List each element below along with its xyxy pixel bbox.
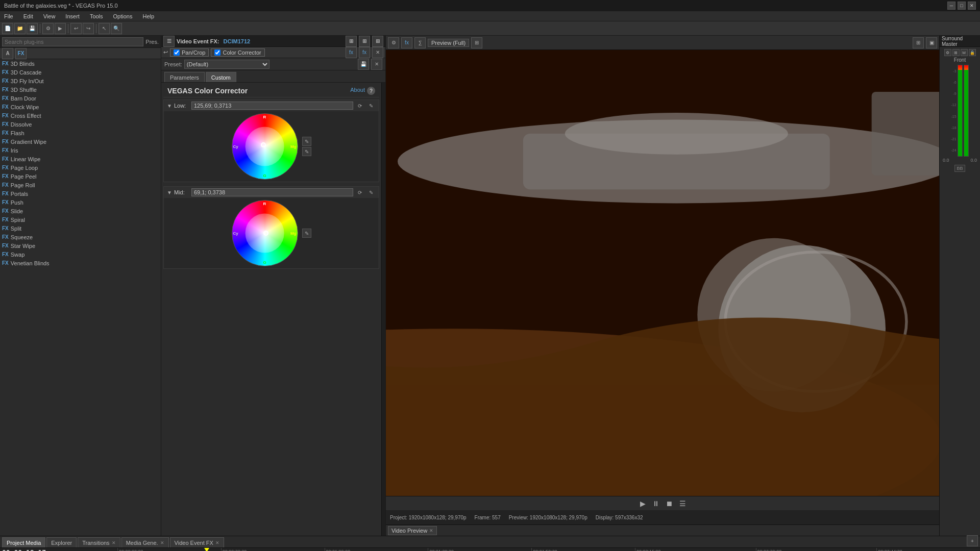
mid-eyedropper-right[interactable]: ✎ xyxy=(302,229,311,238)
plugin-split[interactable]: FX Split xyxy=(0,224,161,233)
color-corrector-checkbox[interactable] xyxy=(214,49,220,56)
low-section-header[interactable]: ▼ Low: ⟳ ✎ xyxy=(164,100,379,111)
vefx-grid1-button[interactable]: ⊞ xyxy=(346,36,357,47)
low-eyedropper-button[interactable]: ✎ xyxy=(366,101,376,110)
open-button[interactable]: 📁 xyxy=(14,23,26,34)
low-color-wheel[interactable]: R G Cy Mg xyxy=(232,113,298,180)
mid-color-wheel[interactable]: R G Cy Mg xyxy=(232,200,298,266)
settings-button[interactable]: ⚙ xyxy=(42,23,54,34)
mid-section-header[interactable]: ▼ Mid: ⟳ ✎ xyxy=(164,187,379,198)
tab-video-event-fx[interactable]: Video Event FX ✕ xyxy=(170,537,224,547)
render-button[interactable]: ▶ xyxy=(55,23,66,34)
color-corrector-button[interactable]: Color Corrector xyxy=(211,48,264,57)
transitions-close[interactable]: ✕ xyxy=(112,540,116,545)
mid-wheel-cursor[interactable] xyxy=(263,231,268,236)
vefx-tab-close[interactable]: ✕ xyxy=(215,540,219,545)
low-value-input[interactable] xyxy=(191,102,353,110)
tab-custom[interactable]: Custom xyxy=(206,72,236,82)
fx-plugins-button[interactable]: FX xyxy=(15,48,27,59)
preview-fx-button[interactable]: fx xyxy=(401,37,412,48)
plugin-3d-blinds[interactable]: FX 3D Blinds xyxy=(0,59,161,68)
video-preview-close[interactable]: ✕ xyxy=(429,528,433,533)
maximize-button[interactable]: □ xyxy=(958,2,966,10)
plugin-3d-shuffle[interactable]: FX 3D Shuffle xyxy=(0,85,161,94)
plugin-page-peel[interactable]: FX Page Peel xyxy=(0,172,161,181)
fx-button-2[interactable]: fx xyxy=(359,47,370,58)
new-project-button[interactable]: 📄 xyxy=(2,23,13,34)
preview-loop-button[interactable]: ☰ xyxy=(677,498,688,509)
tab-parameters[interactable]: Parameters xyxy=(164,72,205,82)
plugin-star-wipe[interactable]: FX Star Wipe xyxy=(0,241,161,250)
low-eyedropper-right2[interactable]: ✎ xyxy=(302,147,311,156)
plugin-linear-wipe[interactable]: FX Linear Wipe xyxy=(0,155,161,163)
menu-file[interactable]: File xyxy=(2,12,15,20)
preview-toggle2[interactable]: ⊞ xyxy=(913,37,924,48)
low-reset-button[interactable]: ⟳ xyxy=(355,101,364,110)
plugin-page-roll[interactable]: FX Page Roll xyxy=(0,181,161,189)
plugin-3d-fly[interactable]: FX 3D Fly In/Out xyxy=(0,77,161,85)
plugin-portals[interactable]: FX Portals xyxy=(0,189,161,198)
zoom-tool[interactable]: 🔍 xyxy=(111,23,122,34)
tab-explorer[interactable]: Explorer xyxy=(46,537,77,547)
pan-crop-button[interactable]: Pan/Crop xyxy=(170,48,209,57)
plugin-push[interactable]: FX Push xyxy=(0,198,161,207)
add-track-button[interactable]: + xyxy=(967,535,978,546)
surround-mute-button[interactable]: M xyxy=(961,49,968,56)
surround-settings-button[interactable]: ⚙ xyxy=(944,49,951,56)
plugin-gradient-wipe[interactable]: FX Gradient Wipe xyxy=(0,137,161,146)
cc-about-button[interactable]: About xyxy=(350,87,365,95)
menu-options[interactable]: Options xyxy=(111,12,135,20)
vefx-close-button[interactable]: ✕ xyxy=(372,47,383,58)
undo-button[interactable]: ↩ xyxy=(70,23,82,34)
plugin-venetian-blinds[interactable]: FX Venetian Blinds xyxy=(0,259,161,267)
save-button[interactable]: 💾 xyxy=(27,23,38,34)
low-eyedropper-right[interactable]: ✎ xyxy=(302,137,311,146)
fx-button-1[interactable]: fx xyxy=(346,47,357,58)
tab-transitions[interactable]: Transitions ✕ xyxy=(78,537,120,547)
menu-help[interactable]: Help xyxy=(140,12,156,20)
all-plugins-button[interactable]: A xyxy=(2,48,13,59)
plugin-dissolve[interactable]: FX Dissolve xyxy=(0,120,161,129)
preview-pause-button[interactable]: ⏸ xyxy=(650,498,662,509)
plugin-iris[interactable]: FX Iris xyxy=(0,146,161,155)
plugin-slide[interactable]: FX Slide xyxy=(0,207,161,215)
vefx-grid3-button[interactable]: ⊞ xyxy=(372,36,383,47)
cursor-tool[interactable]: ↖ xyxy=(99,23,110,34)
cc-help-button[interactable]: ? xyxy=(367,87,375,95)
plugin-cross-effect[interactable]: FX Cross Effect xyxy=(0,111,161,120)
surround-lock-button[interactable]: 🔒 xyxy=(969,49,976,56)
menu-view[interactable]: View xyxy=(41,12,58,20)
minimize-button[interactable]: ─ xyxy=(947,2,955,10)
preview-mode-dropdown[interactable]: Preview (Full) xyxy=(428,39,469,47)
plugin-3d-cascade[interactable]: FX 3D Cascade xyxy=(0,68,161,77)
mid-value-input[interactable] xyxy=(191,188,353,196)
plugin-swap[interactable]: FX Swap xyxy=(0,250,161,259)
plugin-spiral[interactable]: FX Spiral xyxy=(0,215,161,224)
menu-tools[interactable]: Tools xyxy=(88,12,105,20)
plugin-squeeze[interactable]: FX Squeeze xyxy=(0,233,161,241)
mid-reset-button[interactable]: ⟳ xyxy=(355,188,364,197)
close-button[interactable]: ✕ xyxy=(968,2,976,10)
preview-toggle3[interactable]: ▣ xyxy=(926,37,937,48)
preset-close-button[interactable]: ✕ xyxy=(371,59,382,70)
preview-play-button[interactable]: ▶ xyxy=(637,498,648,509)
search-input[interactable] xyxy=(2,37,143,46)
surround-expand-button[interactable]: ⊞ xyxy=(952,49,960,56)
preview-stop-button[interactable]: ⏹ xyxy=(664,498,675,509)
mid-eyedropper-button[interactable]: ✎ xyxy=(366,188,376,197)
menu-edit[interactable]: Edit xyxy=(21,12,35,20)
video-preview-tab[interactable]: Video Preview ✕ xyxy=(388,526,437,535)
media-gen-close[interactable]: ✕ xyxy=(160,540,164,545)
preview-settings-button[interactable]: ⚙ xyxy=(388,37,399,48)
tab-media-gen[interactable]: Media Gene. ✕ xyxy=(121,537,169,547)
pan-crop-checkbox[interactable] xyxy=(174,49,180,56)
vefx-grid2-button[interactable]: ⊞ xyxy=(359,36,370,47)
menu-insert[interactable]: Insert xyxy=(63,12,82,20)
plugin-page-loop[interactable]: FX Page Loop xyxy=(0,163,161,172)
preset-dropdown[interactable]: (Default) xyxy=(184,60,270,69)
redo-button[interactable]: ↪ xyxy=(83,23,94,34)
preview-calc-button[interactable]: ∑ xyxy=(414,37,426,48)
vefx-menu-button[interactable]: ☰ xyxy=(163,36,175,47)
plugin-flash[interactable]: FX Flash xyxy=(0,129,161,137)
low-wheel-cursor[interactable] xyxy=(261,142,266,147)
